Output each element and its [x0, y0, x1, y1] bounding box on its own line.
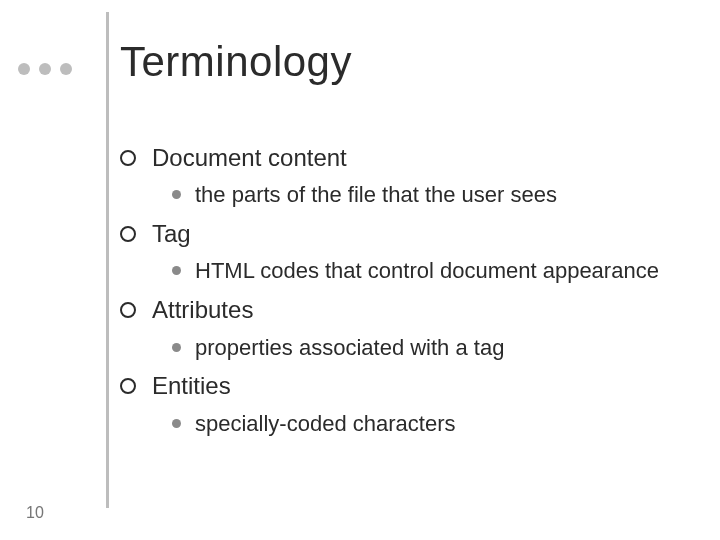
solid-bullet-icon [172, 190, 181, 199]
slide: Terminology Document content the parts o… [0, 0, 720, 540]
list-subitem: HTML codes that control document appeara… [172, 256, 696, 286]
list-subitem-text: specially-coded characters [195, 409, 455, 439]
slide-title: Terminology [120, 38, 352, 86]
list-subitem-text: HTML codes that control document appeara… [195, 256, 659, 286]
list-subitem: the parts of the file that the user sees [172, 180, 696, 210]
list-item-label: Attributes [152, 294, 253, 326]
list-item-label: Tag [152, 218, 191, 250]
list-subitem-text: the parts of the file that the user sees [195, 180, 557, 210]
decor-dot-icon [18, 63, 30, 75]
hollow-bullet-icon [120, 150, 136, 166]
list-item: Tag [120, 218, 696, 250]
list-subitem-text: properties associated with a tag [195, 333, 504, 363]
list-item-label: Entities [152, 370, 231, 402]
list-item-label: Document content [152, 142, 347, 174]
solid-bullet-icon [172, 266, 181, 275]
decor-dot-icon [60, 63, 72, 75]
solid-bullet-icon [172, 343, 181, 352]
decor-dot-icon [39, 63, 51, 75]
decor-dots [18, 63, 72, 75]
list-item: Document content [120, 142, 696, 174]
hollow-bullet-icon [120, 226, 136, 242]
list-item: Entities [120, 370, 696, 402]
hollow-bullet-icon [120, 302, 136, 318]
vertical-rule [106, 12, 109, 508]
slide-content: Document content the parts of the file t… [120, 140, 696, 446]
solid-bullet-icon [172, 419, 181, 428]
hollow-bullet-icon [120, 378, 136, 394]
page-number: 10 [26, 504, 44, 522]
list-subitem: properties associated with a tag [172, 333, 696, 363]
list-subitem: specially-coded characters [172, 409, 696, 439]
list-item: Attributes [120, 294, 696, 326]
